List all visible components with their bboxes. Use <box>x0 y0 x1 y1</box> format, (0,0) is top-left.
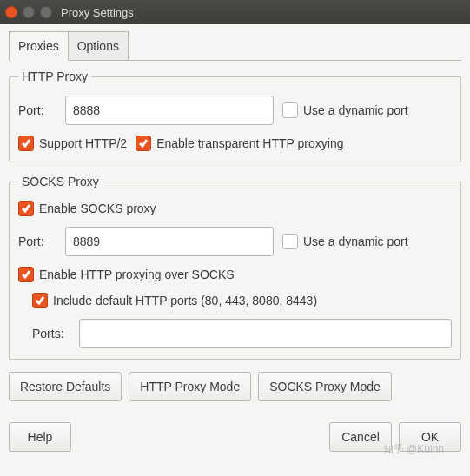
title-bar: Proxy Settings <box>0 0 470 24</box>
cancel-button[interactable]: Cancel <box>329 422 392 452</box>
restore-defaults-button[interactable]: Restore Defaults <box>9 372 122 401</box>
enable-socks-label: Enable SOCKS proxy <box>39 202 156 215</box>
http-dynamic-port-label: Use a dynamic port <box>303 103 408 117</box>
checkbox-unchecked-icon <box>282 234 298 249</box>
transparent-proxy-label: Enable transparent HTTP proxying <box>156 136 343 150</box>
checkbox-checked-icon <box>18 201 34 216</box>
mode-buttons: Restore Defaults HTTP Proxy Mode SOCKS P… <box>9 372 461 401</box>
socks-dynamic-port-checkbox[interactable]: Use a dynamic port <box>282 234 408 249</box>
socks-ports-label: Ports: <box>32 327 70 340</box>
checkbox-checked-icon <box>18 136 34 151</box>
http-proxy-mode-button[interactable]: HTTP Proxy Mode <box>129 372 251 401</box>
socks-proxy-mode-button[interactable]: SOCKS Proxy Mode <box>258 372 392 401</box>
tab-proxies[interactable]: Proxies <box>9 31 69 61</box>
socks-proxy-group: SOCKS Proxy Enable SOCKS proxy Port: Use… <box>9 175 461 360</box>
socks-ports-input[interactable] <box>79 319 452 348</box>
window-controls <box>5 6 52 18</box>
maximize-icon[interactable] <box>40 6 52 18</box>
help-button[interactable]: Help <box>9 422 71 452</box>
http-proxy-group: HTTP Proxy Port: Use a dynamic port Supp… <box>9 69 461 162</box>
http-port-input[interactable] <box>65 96 274 125</box>
minimize-icon[interactable] <box>23 6 35 18</box>
http-port-label: Port: <box>18 103 56 117</box>
http-dynamic-port-checkbox[interactable]: Use a dynamic port <box>282 102 408 118</box>
socks-port-input[interactable] <box>65 227 274 256</box>
tab-bar: Proxies Options <box>9 31 461 61</box>
support-http2-label: Support HTTP/2 <box>39 136 127 150</box>
support-http2-checkbox[interactable]: Support HTTP/2 <box>18 136 127 151</box>
socks-port-label: Port: <box>18 235 56 248</box>
http-over-socks-checkbox[interactable]: Enable HTTP proxying over SOCKS <box>18 267 235 282</box>
transparent-proxy-checkbox[interactable]: Enable transparent HTTP proxying <box>136 136 343 151</box>
checkbox-checked-icon <box>32 293 48 308</box>
socks-dynamic-port-label: Use a dynamic port <box>303 235 408 248</box>
include-default-ports-checkbox[interactable]: Include default HTTP ports (80, 443, 808… <box>32 293 317 308</box>
checkbox-checked-icon <box>136 136 151 151</box>
include-default-ports-label: Include default HTTP ports (80, 443, 808… <box>53 294 317 307</box>
dialog-buttons: Help Cancel OK <box>9 422 461 452</box>
enable-socks-checkbox[interactable]: Enable SOCKS proxy <box>18 201 156 216</box>
ok-button[interactable]: OK <box>399 422 461 452</box>
http-over-socks-label: Enable HTTP proxying over SOCKS <box>39 268 235 281</box>
checkbox-checked-icon <box>18 267 34 282</box>
close-icon[interactable] <box>5 6 17 18</box>
tab-options[interactable]: Options <box>68 31 129 61</box>
socks-proxy-legend: SOCKS Proxy <box>18 175 103 188</box>
tab-panel-proxies: HTTP Proxy Port: Use a dynamic port Supp… <box>9 60 461 452</box>
window-title: Proxy Settings <box>61 6 465 19</box>
checkbox-unchecked-icon <box>282 102 298 118</box>
http-proxy-legend: HTTP Proxy <box>18 69 91 83</box>
